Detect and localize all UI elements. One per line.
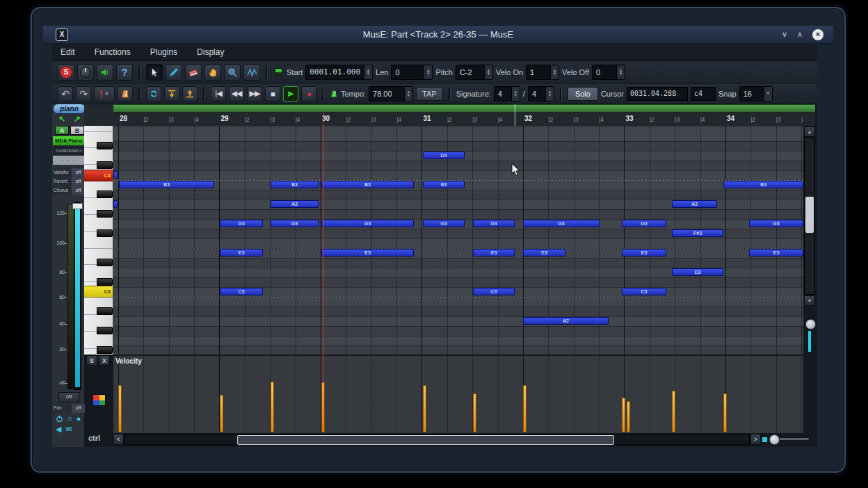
vertical-scrollbar[interactable] — [804, 137, 815, 295]
scroll-right-button[interactable]: > — [750, 434, 761, 445]
pan-tool-button[interactable] — [204, 64, 221, 81]
note[interactable]: A2 — [523, 317, 609, 325]
rewind-start-button[interactable]: |◀ — [211, 86, 226, 101]
menu-item-display[interactable]: Display — [197, 47, 224, 57]
note[interactable]: B3 — [119, 181, 214, 188]
note[interactable]: B3 — [423, 181, 465, 188]
spinner-arrows-icon[interactable]: ▲▼ — [424, 65, 432, 79]
loop-button[interactable] — [146, 86, 161, 101]
note[interactable]: D4 — [423, 152, 465, 159]
piano-key-black[interactable] — [97, 210, 113, 218]
vertical-scrollbar-handle[interactable] — [805, 197, 814, 233]
note[interactable]: G3 — [473, 220, 515, 227]
piano-keyboard[interactable]: C4C3 — [84, 126, 113, 355]
hzoom-slider-track[interactable] — [780, 438, 809, 440]
pan-row[interactable]: Pan off — [53, 404, 85, 413]
note[interactable]: G3 — [220, 220, 263, 227]
velo-on-spinbox[interactable]: 1▲▼ — [526, 65, 559, 80]
menu-item-plugins[interactable]: Plugins — [150, 47, 177, 57]
rewind-button[interactable]: ◀◀ — [229, 86, 244, 101]
velocity-bar[interactable] — [622, 398, 625, 432]
spinner-arrows-icon[interactable]: ▲▼ — [616, 65, 625, 79]
piano-key-black[interactable] — [97, 259, 113, 266]
note[interactable]: E3 — [220, 249, 263, 257]
maximize-button[interactable]: ∧ — [797, 30, 803, 39]
zoom-tool-button[interactable] — [224, 64, 241, 81]
velocity-x-button[interactable]: X — [99, 355, 110, 366]
solo-button[interactable]: Solo — [568, 87, 598, 101]
note[interactable]: B3 — [271, 181, 319, 188]
scroll-up-button[interactable]: ▲ — [804, 127, 815, 137]
velocity-bar[interactable] — [627, 401, 630, 432]
close-button[interactable]: × — [812, 29, 823, 40]
piano-key-black[interactable] — [97, 142, 113, 149]
velocity-bar[interactable] — [723, 393, 727, 432]
spinner-arrows-icon[interactable]: ▲▼ — [550, 65, 558, 79]
play-button[interactable]: ▶ — [283, 86, 298, 101]
note[interactable] — [113, 200, 118, 208]
redo-button[interactable]: ↷ — [76, 86, 91, 101]
controller-select-icon[interactable] — [93, 394, 106, 406]
forward-button[interactable]: ▶▶ — [247, 86, 262, 101]
note[interactable]: B3 — [723, 181, 803, 188]
piano-roll-canvas[interactable]: D4B3B3B3B3B3A3A3G3G3G3G3G3G3G3G3F#3E3E3E… — [113, 126, 803, 355]
eraser-tool-button[interactable] — [185, 64, 202, 81]
speaker-button[interactable] — [97, 64, 113, 81]
note[interactable]: E3 — [523, 249, 565, 257]
snap-dropdown[interactable]: 16▼ — [739, 86, 773, 101]
minimize-button[interactable]: ∨ — [782, 30, 787, 39]
spinner-arrows-icon[interactable]: ▲▼ — [404, 87, 412, 101]
mute-speaker-icon[interactable]: ◀ — [56, 425, 61, 434]
next-part-icon[interactable]: ↗ — [74, 114, 81, 124]
spinner-arrows-icon[interactable]: ▲▼ — [511, 87, 520, 101]
hzoom-slider-knob[interactable] — [769, 434, 780, 445]
ctrl-label[interactable]: ctrl — [88, 434, 100, 442]
power-icon[interactable] — [56, 415, 63, 423]
scroll-left-button[interactable]: < — [113, 434, 124, 445]
midi-events-icon[interactable]: ✉ — [65, 425, 72, 434]
velocity-bar[interactable] — [523, 385, 527, 432]
note[interactable]: G3 — [749, 220, 803, 227]
stop-button[interactable]: ■ — [265, 86, 280, 101]
variant-b-button[interactable]: B — [70, 126, 84, 135]
velocity-bar[interactable] — [473, 393, 476, 432]
piano-key-black[interactable] — [97, 229, 113, 237]
velocity-s-button[interactable]: S — [86, 355, 97, 366]
start-spinbox[interactable]: 0001.01.000▲▼ — [305, 65, 373, 80]
panic-button[interactable]: !▼ — [94, 86, 115, 101]
note[interactable]: C3 — [220, 288, 263, 295]
note[interactable]: F#3 — [672, 229, 723, 237]
solo-indicator-button[interactable]: S — [58, 64, 74, 81]
tempo-spinbox[interactable]: 78.00▲▼ — [369, 86, 413, 101]
note[interactable]: G3 — [271, 220, 319, 227]
note[interactable]: G3 — [622, 220, 666, 227]
pointer-tool-button[interactable] — [146, 64, 163, 81]
midi-thru-button[interactable] — [77, 64, 94, 81]
metronome-button[interactable] — [118, 86, 133, 101]
horizontal-scrollbar[interactable] — [124, 434, 750, 445]
velocity-bar[interactable] — [271, 382, 274, 432]
spinner-arrows-icon[interactable]: ▲▼ — [484, 65, 492, 79]
menu-item-functions[interactable]: Functions — [95, 47, 131, 57]
record-enable-icon[interactable]: ○ — [67, 414, 72, 423]
note[interactable]: A3 — [271, 200, 319, 208]
piano-key-black[interactable] — [97, 327, 113, 334]
velocity-pane[interactable]: Velocity — [113, 355, 803, 433]
note[interactable]: G3 — [423, 220, 465, 227]
vzoom-slider-knob[interactable] — [805, 319, 816, 330]
note[interactable]: C3 — [622, 288, 666, 295]
pencil-tool-button[interactable] — [166, 64, 182, 81]
volume-slider-handle[interactable] — [72, 203, 83, 209]
piano-key-black[interactable] — [97, 307, 113, 315]
note[interactable]: D3 — [672, 268, 723, 276]
draw-tool-button[interactable] — [243, 64, 260, 81]
timeline-ruler[interactable]: 28|2|3|429|2|3|430|2|3|431|2|3|432|2|3|4… — [113, 113, 803, 127]
volume-off-button[interactable]: off — [58, 392, 79, 402]
note[interactable]: E3 — [321, 249, 414, 257]
tap-tempo-button[interactable]: TAP — [416, 87, 443, 101]
pitch-spinbox[interactable]: C-2▲▼ — [456, 65, 493, 80]
note[interactable]: E3 — [473, 249, 515, 257]
signature-denominator-spinbox[interactable]: 4▲▼ — [528, 86, 554, 101]
record-button[interactable]: ● — [301, 86, 316, 101]
spinner-arrows-icon[interactable]: ▲▼ — [545, 87, 554, 101]
